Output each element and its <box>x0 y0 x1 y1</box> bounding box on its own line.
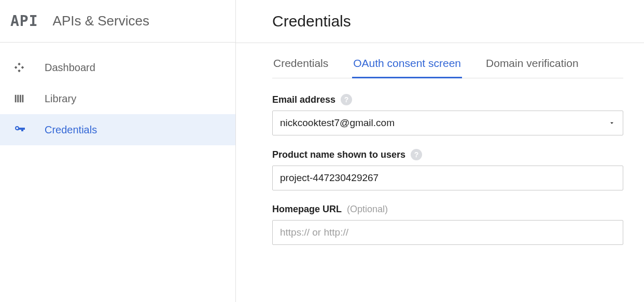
sidebar-nav: Dashboard Library Credentials <box>0 43 235 145</box>
sidebar-section-title: APIs & Services <box>53 13 149 29</box>
sidebar-item-label: Credentials <box>39 124 97 136</box>
optional-text: (Optional) <box>347 204 388 215</box>
field-email-address: Email address ? nickcooktest7@gmail.com <box>272 94 623 135</box>
help-icon[interactable]: ? <box>411 149 422 160</box>
label-text: Homepage URL <box>272 204 342 215</box>
field-label: Product name shown to users ? <box>272 149 623 160</box>
tab-domain-verification[interactable]: Domain verification <box>485 57 580 78</box>
email-select-value: nickcooktest7@gmail.com <box>280 117 395 129</box>
oauth-consent-form: Email address ? nickcooktest7@gmail.com … <box>272 94 623 245</box>
sidebar-item-library[interactable]: Library <box>0 83 235 114</box>
field-product-name: Product name shown to users ? <box>272 149 623 190</box>
sidebar: API APIs & Services Dashboard Library <box>0 0 236 302</box>
app-root: API APIs & Services Dashboard Library <box>0 0 644 302</box>
label-text: Email address <box>272 94 335 105</box>
field-homepage-url: Homepage URL (Optional) <box>272 204 623 245</box>
tab-oauth-consent-screen[interactable]: OAuth consent screen <box>352 57 462 78</box>
main-content: Credentials Credentials OAuth consent sc… <box>236 0 644 302</box>
field-label: Email address ? <box>272 94 623 105</box>
chevron-down-icon <box>608 119 615 127</box>
sidebar-item-dashboard[interactable]: Dashboard <box>0 52 235 83</box>
product-name-input[interactable] <box>272 166 623 190</box>
field-label: Homepage URL (Optional) <box>272 204 623 215</box>
label-text: Product name shown to users <box>272 149 405 160</box>
sidebar-item-label: Dashboard <box>39 62 95 74</box>
library-icon <box>13 93 39 104</box>
help-icon[interactable]: ? <box>341 94 352 105</box>
sidebar-item-credentials[interactable]: Credentials <box>0 114 235 145</box>
key-icon <box>13 123 39 136</box>
tab-credentials[interactable]: Credentials <box>272 57 329 78</box>
sidebar-header: API APIs & Services <box>0 0 235 43</box>
page-title: Credentials <box>272 12 623 30</box>
email-select[interactable]: nickcooktest7@gmail.com <box>272 111 623 135</box>
sidebar-item-label: Library <box>39 93 76 105</box>
tabs: Credentials OAuth consent screen Domain … <box>272 57 623 78</box>
api-logo: API <box>10 12 38 30</box>
dashboard-icon <box>13 62 39 73</box>
header-divider <box>236 43 644 43</box>
homepage-url-input[interactable] <box>272 220 623 245</box>
